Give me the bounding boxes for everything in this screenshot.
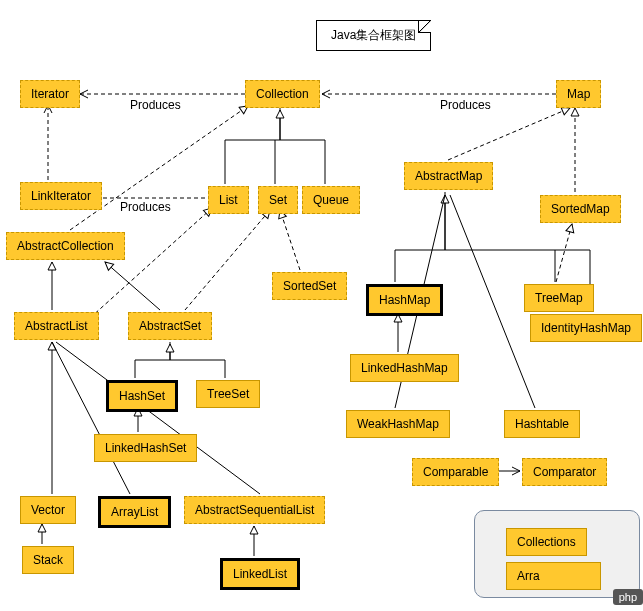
svg-line-27 xyxy=(448,108,570,160)
node-arraylist: ArrayList xyxy=(98,496,171,528)
node-queue: Queue xyxy=(302,186,360,214)
node-iterator: Iterator xyxy=(20,80,80,108)
node-treemap: TreeMap xyxy=(524,284,594,312)
node-linkedhashmap: LinkedHashMap xyxy=(350,354,459,382)
node-abstractset: AbstractSet xyxy=(128,312,212,340)
node-abstractmap: AbstractMap xyxy=(404,162,493,190)
node-list: List xyxy=(208,186,249,214)
label-produces-2: Produces xyxy=(440,98,491,112)
diagram-title-text: Java集合框架图 xyxy=(331,28,416,42)
node-abstractsequentiallist: AbstractSequentialList xyxy=(184,496,325,524)
node-arrays: Arra xyxy=(506,562,601,590)
diagram-title-note: Java集合框架图 xyxy=(316,20,431,51)
node-collection: Collection xyxy=(245,80,320,108)
node-linkedhashset: LinkedHashSet xyxy=(94,434,197,462)
svg-line-36 xyxy=(556,224,572,282)
label-produces-3: Produces xyxy=(120,200,171,214)
node-identityhashmap: IdentityHashMap xyxy=(530,314,642,342)
node-abstractlist: AbstractList xyxy=(14,312,99,340)
node-collections: Collections xyxy=(506,528,587,556)
svg-line-39 xyxy=(450,195,535,408)
node-sortedset: SortedSet xyxy=(272,272,347,300)
node-hashtable: Hashtable xyxy=(504,410,580,438)
svg-line-13 xyxy=(105,262,160,310)
node-set: Set xyxy=(258,186,298,214)
node-vector: Vector xyxy=(20,496,76,524)
node-linkiterator: LinkIterator xyxy=(20,182,102,210)
node-hashmap: HashMap xyxy=(366,284,443,316)
node-map: Map xyxy=(556,80,601,108)
node-abstractcollection: AbstractCollection xyxy=(6,232,125,260)
svg-line-23 xyxy=(52,342,130,494)
label-produces-1: Produces xyxy=(130,98,181,112)
svg-line-15 xyxy=(280,210,300,270)
node-sortedmap: SortedMap xyxy=(540,195,621,223)
svg-line-14 xyxy=(185,210,270,310)
node-comparable: Comparable xyxy=(412,458,499,486)
node-linkedlist: LinkedList xyxy=(220,558,300,590)
svg-line-24 xyxy=(56,342,260,494)
node-treeset: TreeSet xyxy=(196,380,260,408)
watermark-text: php xyxy=(613,589,643,605)
node-comparator: Comparator xyxy=(522,458,607,486)
node-hashset: HashSet xyxy=(106,380,178,412)
node-weakhashmap: WeakHashMap xyxy=(346,410,450,438)
node-stack: Stack xyxy=(22,546,74,574)
